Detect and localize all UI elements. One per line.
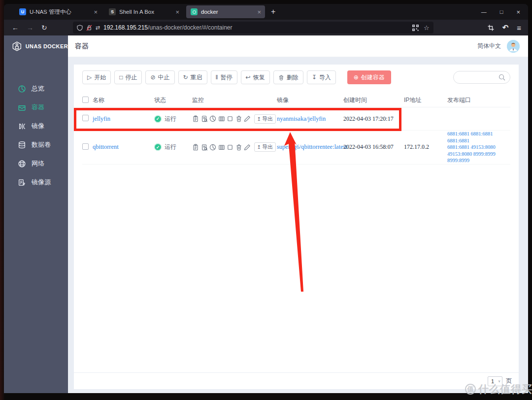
desktop-background: U U-NAS 管理中心 × S Shell In A Box × docker… — [0, 0, 532, 400]
close-window-button[interactable]: × — [516, 8, 520, 16]
tab-close-icon[interactable]: × — [94, 8, 98, 16]
table-header-row: 名称 状态 监控 镜像 创建时间 IP地址 发布端口 — [82, 94, 510, 107]
container-image-link[interactable]: nyanmisaka/jellyfin — [277, 115, 326, 122]
ip-address: 172.17.0.2 — [404, 143, 447, 151]
export-arrow-icon: ↥ — [257, 144, 261, 150]
shield-icon[interactable] — [77, 25, 83, 31]
tab-shell[interactable]: S Shell In A Box × — [104, 5, 183, 18]
tab-close-icon[interactable]: × — [257, 8, 261, 16]
screenshot-crop-icon[interactable] — [488, 25, 494, 31]
header-created: 创建时间 — [343, 96, 404, 104]
chevron-down-icon: ∨ — [498, 379, 500, 383]
edit-pencil-icon[interactable] — [244, 115, 251, 122]
browser-nav-bar: ← → ↻ ⇄ 192.168.195.215/unas-docker/dock… — [4, 20, 528, 35]
container-name-link[interactable]: jellyfin — [93, 115, 110, 122]
sidebar-item-label: 网络 — [32, 159, 44, 168]
language-selector[interactable]: 简体中文 — [477, 42, 501, 50]
sidebar-item-containers[interactable]: 容器 — [4, 98, 68, 117]
minimize-button[interactable]: — — [481, 9, 487, 15]
stop-square-icon[interactable] — [227, 115, 233, 122]
containers-table: 名称 状态 监控 镜像 创建时间 IP地址 发布端口 jellyfin ✓ 运行 — [82, 94, 510, 165]
session-restore-icon[interactable]: ↶ — [502, 23, 509, 32]
stats-pie-icon[interactable] — [209, 144, 216, 151]
maximize-button[interactable]: □ — [500, 9, 503, 15]
url-bar[interactable]: ⇄ 192.168.195.215/unas-docker/docker/#/c… — [73, 22, 433, 33]
tab-unas[interactable]: U U-NAS 管理中心 × — [15, 5, 101, 18]
hamburger-menu-icon[interactable]: ≡ — [517, 24, 521, 32]
sidebar-item-network[interactable]: 网络 — [4, 154, 68, 173]
sidebar-menu: 总览 容器 镜像 数据卷 — [4, 57, 68, 192]
insecure-lock-icon[interactable] — [86, 25, 92, 31]
abort-button[interactable]: ⊘中止 — [145, 70, 174, 84]
delete-button[interactable]: 删除 — [273, 70, 303, 84]
delete-trash-icon[interactable] — [235, 115, 242, 122]
tab-docker[interactable]: docker × — [186, 5, 265, 18]
page-select[interactable]: 1 ∨ — [488, 376, 502, 386]
new-tab-button[interactable]: + — [271, 7, 275, 16]
app-logo: UNAS DOCKER — [4, 35, 68, 57]
sidebar-item-registries[interactable]: 镜像源 — [4, 173, 68, 192]
inspect-icon[interactable] — [201, 144, 208, 151]
terminal-grid-icon[interactable] — [218, 115, 225, 122]
sidebar-item-volumes[interactable]: 数据卷 — [4, 135, 68, 154]
stop-square-icon[interactable] — [227, 144, 233, 151]
table-row[interactable]: qbittorrent ✓ 运行 ↥导出 superng6/qbittorren… — [82, 131, 510, 165]
export-button-label: 导出 — [262, 143, 273, 151]
published-ports: 6881:6881 6881:6881 6881:68816881:6881 4… — [447, 131, 510, 164]
tab-close-icon[interactable]: × — [175, 8, 179, 16]
restart-button[interactable]: ↻重启 — [178, 70, 207, 84]
status-label: 运行 — [165, 143, 176, 151]
stats-pie-icon[interactable] — [209, 115, 216, 122]
resume-button[interactable]: ↩恢复 — [241, 70, 270, 84]
created-time: 2022-04-03 16:58:07 — [343, 143, 404, 151]
header-image: 镜像 — [277, 96, 343, 104]
docker-favicon-icon — [191, 8, 198, 15]
row-checkbox[interactable] — [82, 115, 89, 121]
export-button-label: 导出 — [262, 115, 273, 123]
container-name-link[interactable]: qbittorrent — [93, 143, 119, 150]
container-image-link[interactable]: superng6/qbittorrentee:latest — [277, 143, 347, 150]
unas-favicon-icon: U — [19, 8, 26, 15]
forward-icon[interactable]: → — [27, 24, 33, 32]
registry-doc-icon — [18, 178, 26, 187]
table-row[interactable]: jellyfin ✓ 运行 ↥导出 nyanmisaka/jellyfin 20… — [82, 107, 510, 131]
inspect-icon[interactable] — [201, 115, 208, 122]
export-button[interactable]: ↥导出 — [254, 142, 276, 152]
permissions-icon[interactable]: ⇄ — [96, 25, 100, 31]
trash-icon — [278, 74, 284, 81]
delete-trash-icon[interactable] — [235, 144, 242, 151]
bookmark-star-icon[interactable]: ☆ — [424, 24, 430, 32]
running-status-icon: ✓ — [154, 115, 162, 123]
select-all-checkbox[interactable] — [82, 97, 89, 103]
search-input[interactable] — [453, 71, 510, 84]
database-icon — [18, 141, 26, 149]
sidebar: UNAS DOCKER 总览 容器 镜像 — [4, 35, 68, 393]
stop-button[interactable]: □停止 — [114, 70, 142, 84]
url-text[interactable]: 192.168.195.215/unas-docker/docker/#/con… — [103, 24, 409, 31]
row-checkbox[interactable] — [82, 143, 89, 150]
pause-button[interactable]: ‖暂停 — [211, 70, 237, 84]
sidebar-item-label: 数据卷 — [32, 140, 51, 149]
url-path: /unas-docker/docker/#/container — [148, 24, 232, 31]
sidebar-item-overview[interactable]: 总览 — [4, 79, 68, 98]
reload-icon[interactable]: ↻ — [41, 24, 47, 32]
browser-window: U U-NAS 管理中心 × S Shell In A Box × docker… — [4, 4, 528, 393]
avatar[interactable] — [507, 40, 520, 53]
edit-pencil-icon[interactable] — [244, 144, 251, 151]
terminal-grid-icon[interactable] — [218, 144, 225, 151]
page-title: 容器 — [75, 42, 89, 51]
logs-icon[interactable] — [192, 115, 199, 122]
qr-code-icon[interactable] — [412, 25, 419, 31]
sidebar-item-images[interactable]: 镜像 — [4, 117, 68, 135]
unas-docker-logo-icon — [12, 41, 22, 52]
container-list-card: ▷开始 □停止 ⊘中止 ↻重启 ‖暂停 ↩恢复 删除 ↧导入 ⊕创建容器 — [74, 65, 519, 372]
logs-icon[interactable] — [192, 144, 199, 151]
create-container-button[interactable]: ⊕创建容器 — [347, 70, 391, 84]
import-button[interactable]: ↧导入 — [307, 70, 336, 84]
start-button[interactable]: ▷开始 — [82, 70, 111, 84]
back-icon[interactable]: ← — [12, 24, 19, 32]
content-area: ▷开始 □停止 ⊘中止 ↻重启 ‖暂停 ↩恢复 删除 ↧导入 ⊕创建容器 — [68, 57, 528, 393]
app-logo-text: UNAS DOCKER — [26, 43, 68, 49]
page-number: 1 — [491, 378, 494, 384]
export-button[interactable]: ↥导出 — [254, 114, 276, 124]
